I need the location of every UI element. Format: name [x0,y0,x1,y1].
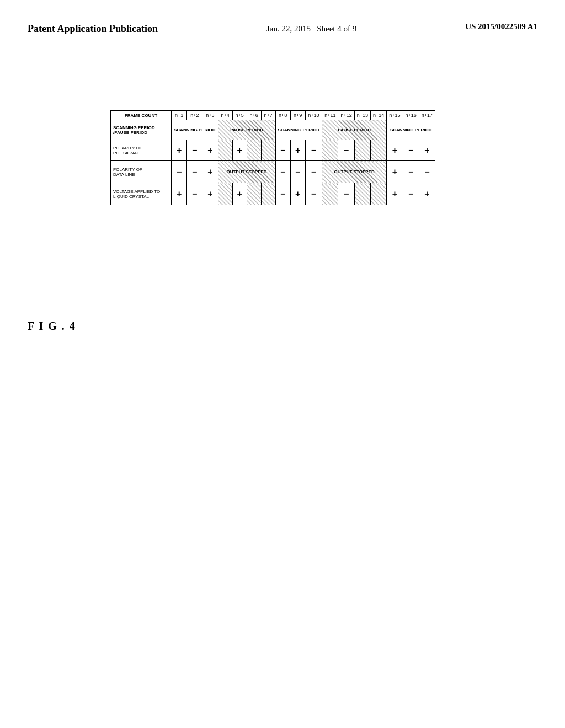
data-n1: − [172,161,187,183]
volt-n5: + [232,183,247,205]
pause-period-2: PAUSE PERIOD [322,120,387,140]
volt-n8: − [275,183,290,205]
col-n7: n+7 [261,111,275,120]
col-n5: n+5 [232,111,247,120]
pol-n7 [261,140,275,161]
data-n3: + [202,161,218,183]
pol-n14 [370,140,386,161]
volt-n15: + [387,183,403,205]
pol-n17: + [419,140,435,161]
publication-number: US 2015/0022509 A1 [465,22,537,31]
volt-n12: − [338,183,354,205]
col-n13: n+13 [354,111,370,120]
volt-n7 [261,183,275,205]
voltage-label: VOLTAGE APPLIED TOLIQUID CRYSTAL [111,183,172,205]
volt-n13 [354,183,370,205]
pol-signal-label: POLARITY OFPOL SIGNAL [111,140,172,161]
data-n9: − [290,161,305,183]
figure-label: F I G . 4 [28,320,76,333]
publication-title: Patent Application Publication [28,22,158,36]
volt-n9: + [290,183,305,205]
data-n2: − [187,161,202,183]
col-n1: n+1 [172,111,187,120]
col-n12: n+12 [338,111,354,120]
volt-n11 [322,183,338,205]
data-n8: − [275,161,290,183]
pol-n10: − [305,140,322,161]
data-n10: − [305,161,322,183]
output-stopped-1: OUTPUT STOPPED [218,161,275,183]
col-n2: n+2 [187,111,202,120]
pause-period-1: PAUSE PERIOD [218,120,275,140]
pol-n4 [218,140,232,161]
timing-diagram: FRAME COUNT n+1 n+2 n+3 n+4 n+5 n+6 n+7 … [110,110,435,205]
data-n15: + [387,161,403,183]
pol-n9: + [290,140,305,161]
volt-n16: − [403,183,419,205]
data-line-label: POLARITY OFDATA LINE [111,161,172,183]
output-stopped-2: OUTPUT STOPPED [322,161,387,183]
pol-n1: + [172,140,187,161]
col-n3: n+3 [202,111,218,120]
volt-n17: + [419,183,435,205]
timing-table: FRAME COUNT n+1 n+2 n+3 n+4 n+5 n+6 n+7 … [110,110,435,205]
scanning-period-1: SCANNING PERIOD [172,120,218,140]
voltage-row: VOLTAGE APPLIED TOLIQUID CRYSTAL + − + +… [111,183,435,205]
volt-n14 [370,183,386,205]
page-header: Patent Application Publication Jan. 22, … [0,0,565,36]
pol-n16: − [403,140,419,161]
scanning-pause-label: SCANNING PERIOD/PAUSE PERIOD [111,120,172,140]
publication-date: Jan. 22, 2015 Sheet 4 of 9 [266,22,356,35]
pol-n15: + [387,140,403,161]
col-n4: n+4 [218,111,232,120]
data-n17: − [419,161,435,183]
pol-signal-row: POLARITY OFPOL SIGNAL + − + + − + [111,140,435,161]
frame-count-label: FRAME COUNT [111,111,172,120]
volt-n2: − [187,183,202,205]
pol-n11 [322,140,338,161]
data-n16: − [403,161,419,183]
col-header-row: FRAME COUNT n+1 n+2 n+3 n+4 n+5 n+6 n+7 … [111,111,435,120]
col-n8: n+8 [275,111,290,120]
pol-n12: − [338,140,354,161]
pol-n8: − [275,140,290,161]
col-n14: n+14 [370,111,386,120]
period-row: SCANNING PERIOD/PAUSE PERIOD SCANNING PE… [111,120,435,140]
pol-n5: + [232,140,247,161]
col-n10: n+10 [305,111,322,120]
volt-n1: + [172,183,187,205]
col-n17: n+17 [419,111,435,120]
pol-n13 [354,140,370,161]
volt-n6 [247,183,261,205]
volt-n3: + [202,183,218,205]
scanning-period-3: SCANNING PERIOD [387,120,435,140]
volt-n4 [218,183,232,205]
col-n15: n+15 [387,111,403,120]
pol-n2: − [187,140,202,161]
pol-n3: + [202,140,218,161]
col-n11: n+11 [322,111,338,120]
col-n9: n+9 [290,111,305,120]
volt-n10: − [305,183,322,205]
pol-n6 [247,140,261,161]
col-n16: n+16 [403,111,419,120]
col-n6: n+6 [247,111,261,120]
data-line-row: POLARITY OFDATA LINE − − + OUTPUT STOPPE… [111,161,435,183]
scanning-period-2: SCANNING PERIOD [275,120,322,140]
